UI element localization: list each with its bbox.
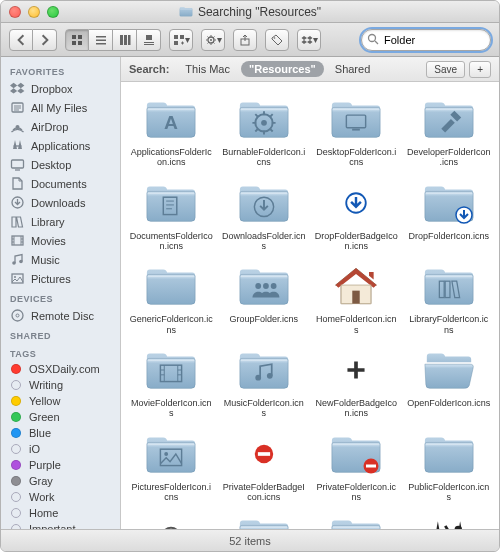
- file-item[interactable]: ReadOnlyFolderBadgeIcon.icns: [125, 508, 218, 529]
- sidebar-item-downloads[interactable]: Downloads: [1, 193, 120, 212]
- file-item[interactable]: PicturesFolderIcon.icns: [125, 425, 218, 507]
- results-grid[interactable]: AApplicationsFolderIcon.icnsBurnableFold…: [121, 82, 499, 529]
- svg-point-53: [165, 452, 169, 456]
- sidebar-item-dropbox[interactable]: Dropbox: [1, 79, 120, 98]
- sidebar-item-movies[interactable]: Movies: [1, 231, 120, 250]
- file-icon: [236, 261, 292, 311]
- finder-window: Searching "Resources" ▾ ▾ ▾ FAVORITESDro…: [0, 0, 500, 552]
- folder-mini-icon: [179, 6, 193, 17]
- sidebar-item-remote-disc[interactable]: Remote Disc: [1, 306, 120, 325]
- file-item[interactable]: PrivateFolderBadgeIcon.icns: [218, 425, 311, 507]
- sidebar-item-desktop[interactable]: Desktop: [1, 155, 120, 174]
- scope-option[interactable]: "Resources": [241, 61, 324, 77]
- svg-rect-12: [144, 44, 154, 45]
- svg-text:A: A: [164, 112, 178, 133]
- file-name: DownloadsFolder.icns: [222, 231, 306, 252]
- icon-view-button[interactable]: [65, 29, 89, 51]
- share-button[interactable]: [233, 29, 257, 51]
- file-item[interactable]: GenericFolderIcon.icns: [125, 257, 218, 339]
- scope-option[interactable]: Shared: [327, 61, 378, 77]
- tags-button[interactable]: [265, 29, 289, 51]
- tag-label: Yellow: [29, 395, 60, 407]
- file-item[interactable]: LibraryFolderIcon.icns: [403, 257, 496, 339]
- svg-point-42: [255, 283, 261, 289]
- zoom-button[interactable]: [47, 6, 59, 18]
- file-name: GenericFolderIcon.icns: [129, 314, 213, 335]
- list-view-button[interactable]: [89, 29, 113, 51]
- dropbox-icon: [10, 81, 25, 96]
- sidebar[interactable]: FAVORITESDropboxAll My FilesAirDropAppli…: [1, 57, 121, 529]
- coverflow-view-button[interactable]: [137, 29, 161, 51]
- file-item[interactable]: DownloadsFolder.icns: [218, 174, 311, 256]
- file-item[interactable]: DeveloperFolderIcon.icns: [403, 90, 496, 172]
- tag-item-purple[interactable]: Purple: [1, 457, 120, 473]
- file-icon: [236, 512, 292, 529]
- svg-rect-11: [144, 42, 154, 43]
- tag-item-io[interactable]: iO: [1, 441, 120, 457]
- file-item[interactable]: MovieFolderIcon.icns: [125, 341, 218, 423]
- sidebar-item-music[interactable]: Music: [1, 250, 120, 269]
- file-item[interactable]: BurnableFolderIcon.icns: [218, 90, 311, 172]
- sidebar-item-applications[interactable]: Applications: [1, 136, 120, 155]
- tag-item-blue[interactable]: Blue: [1, 425, 120, 441]
- file-icon: [143, 429, 199, 479]
- file-item[interactable]: GroupFolder.icns: [218, 257, 311, 339]
- tag-item-home[interactable]: Home: [1, 505, 120, 521]
- search-input[interactable]: [361, 29, 491, 51]
- svg-point-44: [271, 283, 277, 289]
- file-name: LibraryFolderIcon.icns: [407, 314, 491, 335]
- search-field[interactable]: [361, 29, 491, 51]
- airdrop-icon: [10, 119, 25, 134]
- file-item[interactable]: PrivateFolderIcon.icns: [310, 425, 403, 507]
- tag-item-osxdaily-com[interactable]: OSXDaily.com: [1, 361, 120, 377]
- scope-label: Search:: [129, 63, 169, 75]
- no-entry-badge-icon: [362, 457, 380, 475]
- sidebar-item-airdrop[interactable]: AirDrop: [1, 117, 120, 136]
- file-item[interactable]: NewFolderBadgeIcon.icns: [310, 341, 403, 423]
- tag-item-important[interactable]: Important: [1, 521, 120, 529]
- tag-item-green[interactable]: Green: [1, 409, 120, 425]
- minimize-button[interactable]: [28, 6, 40, 18]
- titlebar[interactable]: Searching "Resources": [1, 1, 499, 23]
- file-name: DocumentsFolderIcon.icns: [129, 231, 213, 252]
- column-view-button[interactable]: [113, 29, 137, 51]
- file-item[interactable]: MusicFolderIcon.icns: [218, 341, 311, 423]
- sidebar-item-label: Movies: [31, 235, 66, 247]
- tag-item-yellow[interactable]: Yellow: [1, 393, 120, 409]
- file-item[interactable]: HomeFolderIcon.icns: [310, 257, 403, 339]
- file-item[interactable]: PublicFolderIcon.icns: [403, 425, 496, 507]
- sidebar-item-library[interactable]: Library: [1, 212, 120, 231]
- svg-rect-6: [96, 43, 106, 45]
- file-name: BurnableFolderIcon.icns: [222, 147, 306, 168]
- save-search-button[interactable]: Save: [426, 61, 465, 78]
- dropbox-toolbar-button[interactable]: ▾: [297, 29, 321, 51]
- file-item[interactable]: AApplicationsFolderIcon.icns: [125, 90, 218, 172]
- close-button[interactable]: [9, 6, 21, 18]
- tag-dot: [11, 444, 21, 454]
- file-item[interactable]: ReadOnlyFolderIcon.icns: [218, 508, 311, 529]
- file-item[interactable]: DocumentsFolderIcon.icns: [125, 174, 218, 256]
- file-item[interactable]: AServerApplicationsFolderIcon.icns: [310, 508, 403, 529]
- tag-item-work[interactable]: Work: [1, 489, 120, 505]
- svg-point-50: [255, 375, 261, 381]
- add-criteria-button[interactable]: +: [469, 61, 491, 78]
- file-item[interactable]: DesktopFolderIcon.icns: [310, 90, 403, 172]
- window-title: Searching "Resources": [198, 5, 321, 19]
- svg-point-27: [19, 260, 23, 264]
- back-button[interactable]: [9, 29, 33, 51]
- file-item[interactable]: SidebarApplicationsFolder.icns: [403, 508, 496, 529]
- action-button[interactable]: ▾: [201, 29, 225, 51]
- file-item[interactable]: OpenFolderIcon.icns: [403, 341, 496, 423]
- sidebar-item-all-my-files[interactable]: All My Files: [1, 98, 120, 117]
- tag-item-writing[interactable]: Writing: [1, 377, 120, 393]
- file-name: PrivateFolderBadgeIcon.icns: [222, 482, 306, 503]
- arrange-button[interactable]: ▾: [169, 29, 193, 51]
- scope-option[interactable]: This Mac: [177, 61, 238, 77]
- tag-item-gray[interactable]: Gray: [1, 473, 120, 489]
- file-icon: [236, 178, 292, 228]
- file-item[interactable]: DropFolderIcon.icns: [403, 174, 496, 256]
- file-item[interactable]: DropFolderBadgeIcon.icns: [310, 174, 403, 256]
- forward-button[interactable]: [33, 29, 57, 51]
- sidebar-item-documents[interactable]: Documents: [1, 174, 120, 193]
- sidebar-item-pictures[interactable]: Pictures: [1, 269, 120, 288]
